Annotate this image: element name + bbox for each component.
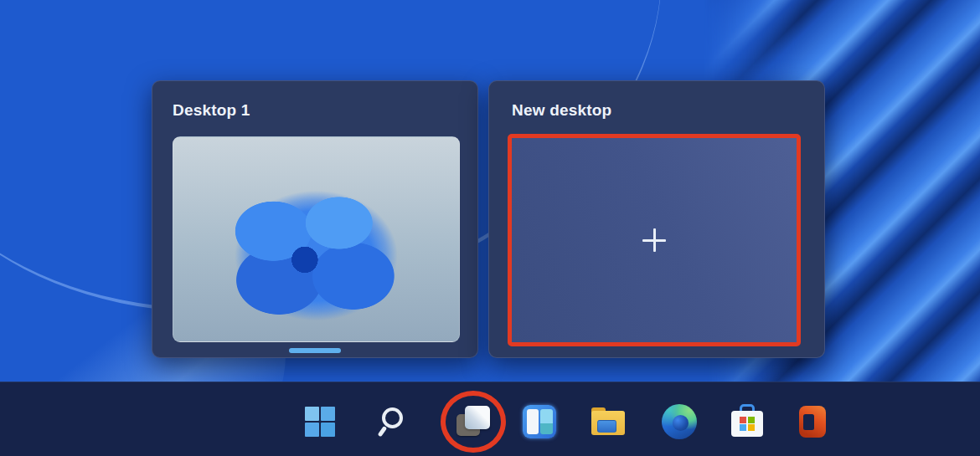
search-button[interactable]	[372, 403, 409, 440]
start-button[interactable]	[302, 403, 338, 440]
office-button[interactable]	[794, 403, 831, 440]
microsoft-store-button[interactable]	[729, 403, 766, 440]
windows-11-screen: Desktop 1 New desktop	[0, 0, 980, 456]
start-icon	[305, 407, 335, 437]
desktop-1-label: Desktop 1	[173, 101, 250, 120]
new-desktop-card[interactable]: New desktop	[488, 80, 825, 358]
task-view-button[interactable]	[454, 403, 491, 440]
desktop-1-preview-image	[173, 136, 460, 342]
new-desktop-label: New desktop	[512, 101, 611, 120]
taskbar	[0, 382, 980, 456]
edge-icon	[662, 404, 697, 439]
new-desktop-tile[interactable]	[508, 134, 801, 346]
file-explorer-button[interactable]	[590, 403, 627, 440]
widgets-icon	[523, 405, 556, 438]
desktop-1-thumbnail-card[interactable]: Desktop 1	[152, 80, 478, 358]
office-icon	[799, 406, 826, 438]
search-icon	[382, 407, 403, 428]
add-desktop-plus-icon	[642, 228, 666, 252]
active-desktop-indicator	[289, 348, 341, 353]
edge-button[interactable]	[661, 403, 698, 440]
widgets-button[interactable]	[521, 403, 558, 440]
